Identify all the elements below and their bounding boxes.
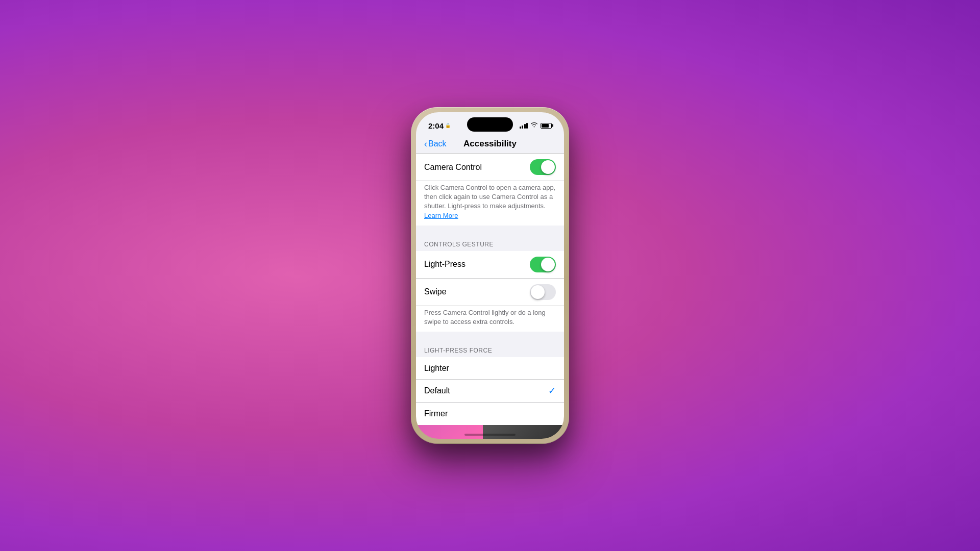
learn-more-link[interactable]: Learn More <box>424 212 458 219</box>
home-indicator <box>464 434 516 436</box>
navigation-bar: ‹ Back Accessibility <box>416 135 564 154</box>
light-press-label: Light-Press <box>424 260 465 269</box>
lighter-option[interactable]: Lighter <box>416 357 564 380</box>
wifi-icon <box>530 122 538 129</box>
chevron-left-icon: ‹ <box>424 139 427 148</box>
visual-dark-bg <box>483 425 565 439</box>
battery-icon <box>541 123 552 129</box>
firmer-option[interactable]: Firmer <box>416 403 564 425</box>
dynamic-island <box>467 117 513 132</box>
status-bar: 2:04 🔒 <box>416 112 564 135</box>
status-icons <box>520 122 552 129</box>
light-press-toggle[interactable] <box>530 257 556 272</box>
light-press-force-section: Light-Press Force Lighter Default ✓ Firm… <box>416 340 564 425</box>
checkmark-icon: ✓ <box>548 385 556 396</box>
battery-fill <box>542 124 549 128</box>
back-label: Back <box>428 139 447 148</box>
lighter-label: Lighter <box>424 364 449 373</box>
light-press-force-header: Light-Press Force <box>416 340 564 357</box>
swipe-label: Swipe <box>424 287 447 296</box>
toggle-thumb <box>531 285 545 299</box>
controls-gesture-description: Press Camera Control lightly or do a lon… <box>416 306 564 332</box>
camera-control-item: Camera Control <box>416 154 564 181</box>
camera-control-label: Camera Control <box>424 163 482 172</box>
swipe-toggle[interactable] <box>530 284 556 300</box>
controls-gesture-section: Controls Gesture Light-Press Swipe <box>416 234 564 332</box>
camera-control-toggle[interactable] <box>530 159 556 175</box>
camera-control-description: Click Camera Control to open a camera ap… <box>416 181 564 226</box>
toggle-thumb <box>541 160 555 174</box>
camera-control-visual-area <box>416 425 564 439</box>
default-option[interactable]: Default ✓ <box>416 380 564 403</box>
visual-pink-bg <box>416 425 483 439</box>
swipe-item: Swipe <box>416 279 564 306</box>
back-button[interactable]: ‹ Back <box>424 139 447 148</box>
time-label: 2:04 <box>428 121 444 130</box>
camera-control-group: Camera Control Click Camera Control to o… <box>416 154 564 226</box>
page-title: Accessibility <box>463 139 517 149</box>
camera-control-section: Camera Control Click Camera Control to o… <box>416 154 564 226</box>
light-press-item: Light-Press <box>416 251 564 279</box>
controls-gesture-header: Controls Gesture <box>416 234 564 251</box>
controls-gesture-group: Light-Press Swipe Press Camera Control l… <box>416 251 564 332</box>
firmer-label: Firmer <box>424 409 448 418</box>
lock-icon: 🔒 <box>445 123 451 128</box>
phone-screen: 2:04 🔒 <box>416 112 564 439</box>
toggle-thumb <box>541 258 555 271</box>
default-label: Default <box>424 386 450 395</box>
phone-device: 2:04 🔒 <box>411 107 569 444</box>
status-time: 2:04 🔒 <box>428 121 451 130</box>
signal-icon <box>520 122 528 129</box>
force-options-group: Lighter Default ✓ Firmer <box>416 357 564 425</box>
visual-background <box>416 425 564 439</box>
settings-content: Camera Control Click Camera Control to o… <box>416 154 564 439</box>
